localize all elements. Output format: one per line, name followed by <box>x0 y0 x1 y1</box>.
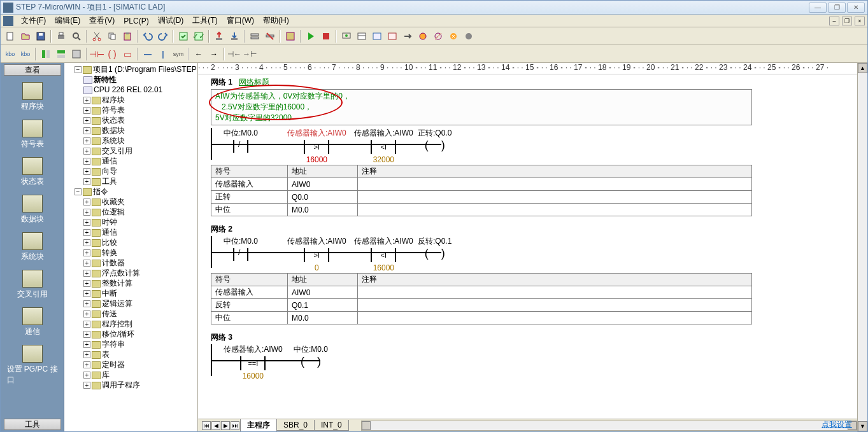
tree-instr[interactable]: 字符串 <box>102 340 125 349</box>
readall-button[interactable] <box>446 29 460 43</box>
tree-instr[interactable]: 逻辑运算 <box>102 299 132 308</box>
tree-instr[interactable]: 调用子程序 <box>102 380 140 389</box>
expand-icon[interactable]: + <box>83 178 90 185</box>
view-lad-button[interactable]: kbo <box>3 47 17 61</box>
download-button[interactable] <box>227 29 241 43</box>
nav-footer[interactable]: 工具 <box>4 419 61 430</box>
compare-box[interactable]: <I <box>371 248 396 262</box>
output-coil[interactable] <box>422 248 448 261</box>
tree-cpu[interactable]: CPU 226 REL 02.01 <box>94 85 162 94</box>
upload-button[interactable] <box>212 29 226 43</box>
compare-box[interactable]: <I <box>371 140 396 154</box>
nav-cross-ref[interactable]: 交叉引用 <box>7 270 58 300</box>
expand-icon[interactable]: + <box>83 372 90 379</box>
output-coil[interactable] <box>298 356 324 369</box>
table-row[interactable]: 中位M0.0 <box>211 312 752 324</box>
toggle-view1-button[interactable] <box>39 47 53 61</box>
table-row[interactable]: 传感器输入AIW0 <box>211 286 752 299</box>
tree-instr[interactable]: 程序控制 <box>102 319 132 328</box>
tab-first[interactable]: ⏮ <box>202 421 211 430</box>
net-title-link[interactable]: 网络标题 <box>239 78 269 87</box>
insert-contact-button[interactable]: ⊣⊢ <box>90 47 104 61</box>
output-coil[interactable] <box>422 140 448 153</box>
expand-icon[interactable]: + <box>83 168 90 175</box>
network-delete-button[interactable] <box>263 29 277 43</box>
tree-folder[interactable]: 系统块 <box>102 136 125 145</box>
nav-communication[interactable]: 通信 <box>7 307 58 337</box>
menu-plc[interactable]: PLC(P) <box>120 16 152 26</box>
expand-icon[interactable]: + <box>83 331 90 338</box>
compile-all-button[interactable]: ✓✓ <box>192 29 206 43</box>
menu-help[interactable]: 帮助(H) <box>259 15 293 27</box>
mdi-restore[interactable]: ❐ <box>842 17 852 25</box>
expand-icon[interactable]: + <box>83 280 90 287</box>
project-tree[interactable]: −项目1 (D:\Program Files\STEP 7- 新特性 CPU 2… <box>64 63 198 431</box>
nav-right-button[interactable]: → <box>207 47 221 61</box>
run-button[interactable] <box>304 29 318 43</box>
nav-program-block[interactable]: 程序块 <box>7 82 58 112</box>
tree-instr[interactable]: 时钟 <box>102 218 117 226</box>
tab-sbr[interactable]: SBR_0 <box>276 420 315 431</box>
nav-status-table[interactable]: 状态表 <box>7 157 58 187</box>
expand-icon[interactable]: + <box>83 229 90 236</box>
expand-icon[interactable]: + <box>83 219 90 226</box>
tree-instr[interactable]: 浮点数计算 <box>102 268 140 277</box>
view-stl-button[interactable]: kbo <box>18 47 32 61</box>
insert-box-button[interactable]: ▭ <box>120 47 134 61</box>
menu-window[interactable]: 窗口(W) <box>223 15 258 27</box>
ladder-rung[interactable]: 传感器输入:AIW0==I16000 中位:M0.0 <box>211 344 851 376</box>
contact-nc[interactable]: / <box>228 248 253 261</box>
tree-instr[interactable]: 库 <box>102 370 110 379</box>
single-scan-button[interactable] <box>401 29 415 43</box>
mdi-minimize[interactable]: – <box>829 17 839 25</box>
h-scrollbar[interactable] <box>361 421 857 431</box>
writeall-button[interactable] <box>462 29 476 43</box>
print-button[interactable] <box>54 29 68 43</box>
redo-button[interactable] <box>156 29 170 43</box>
menu-view[interactable]: 查看(V) <box>85 15 118 27</box>
chart1-button[interactable] <box>370 29 384 43</box>
settings-link[interactable]: 点我设置 <box>822 419 852 430</box>
insert-coil-button[interactable]: ( ) <box>105 47 119 61</box>
insert-hline-button[interactable]: — <box>141 47 155 61</box>
symbol-info-button[interactable]: sym <box>171 47 185 61</box>
toggle-view2-button[interactable] <box>54 47 68 61</box>
tree-folder[interactable]: 向导 <box>102 167 117 176</box>
tree-folder[interactable]: 通信 <box>102 157 117 165</box>
status-button[interactable] <box>355 29 369 43</box>
tree-instr-root[interactable]: 指令 <box>93 187 108 196</box>
minimize-button[interactable]: — <box>809 3 827 13</box>
toggle-view3-button[interactable] <box>69 47 83 61</box>
monitor-button[interactable] <box>339 29 353 43</box>
tree-folder[interactable]: 交叉引用 <box>102 146 132 155</box>
tree-instr[interactable]: 表 <box>102 350 110 359</box>
preview-button[interactable] <box>69 29 83 43</box>
ladder-rung[interactable]: 中位:M0.0/ 传感器输入:AIW0>I0 传感器输入:AIW0<I16000… <box>211 236 851 268</box>
nav-left-button[interactable]: ← <box>192 47 206 61</box>
tree-instr[interactable]: 定时器 <box>102 360 125 369</box>
unforce-button[interactable] <box>431 29 445 43</box>
expand-icon[interactable]: + <box>83 382 90 389</box>
menu-tools[interactable]: 工具(T) <box>189 15 221 27</box>
mdi-close[interactable]: × <box>855 17 865 25</box>
network-insert-button[interactable] <box>248 29 262 43</box>
compare-box[interactable]: >I <box>304 248 329 262</box>
table-row[interactable]: 中位M0.0 <box>211 204 752 216</box>
tree-instr[interactable]: 通信 <box>102 228 117 237</box>
save-button[interactable] <box>34 29 48 43</box>
tree-folder[interactable]: 数据块 <box>102 126 125 135</box>
chart2-button[interactable] <box>385 29 399 43</box>
scroll-up-icon[interactable]: ▲ <box>858 63 867 73</box>
expand-icon[interactable]: + <box>83 127 90 134</box>
expand-icon[interactable]: + <box>83 249 90 256</box>
expand-icon[interactable]: + <box>83 260 90 267</box>
scroll-down-icon[interactable]: ▼ <box>858 421 867 431</box>
tab-prev[interactable]: ◀ <box>211 421 220 430</box>
tree-folder[interactable]: 工具 <box>102 177 117 186</box>
tree-instr[interactable]: 整数计算 <box>102 279 132 288</box>
tab-last[interactable]: ⏭ <box>231 421 239 430</box>
menu-file[interactable]: 文件(F) <box>17 15 50 27</box>
tree-instr[interactable]: 位逻辑 <box>102 207 125 216</box>
expand-icon[interactable]: + <box>83 290 90 297</box>
menu-debug[interactable]: 调试(D) <box>154 15 188 27</box>
